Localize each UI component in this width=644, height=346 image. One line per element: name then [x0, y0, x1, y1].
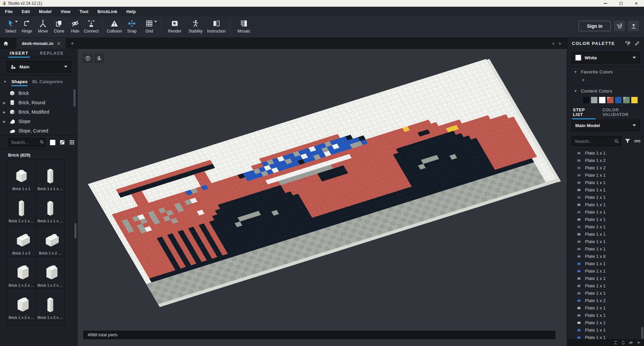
step-list-item[interactable]: Plate 1 x 8	[567, 252, 644, 260]
minimize-button[interactable]	[598, 0, 613, 7]
menu-item-edit[interactable]: Edit	[21, 9, 30, 14]
part-item[interactable]: Brick 1 x 2 x ...	[7, 289, 36, 321]
step-list-item[interactable]: Plate 1 x 1	[567, 193, 644, 201]
step-list-item[interactable]: Plate 1 x 1	[567, 275, 644, 282]
step-list-item[interactable]: Plate 1 x 1	[567, 311, 644, 319]
step-list-item[interactable]: Plate 1 x 1	[567, 223, 644, 230]
step-list-item[interactable]: Plate 1 x 1	[567, 230, 644, 238]
new-tab-button[interactable]: +	[70, 40, 74, 47]
expand-chevron-icon[interactable]: ▶	[3, 101, 6, 105]
parts-scrollbar[interactable]	[74, 223, 76, 238]
collision-button[interactable]: Collision	[106, 16, 123, 38]
step-list-item[interactable]: Plate 1 x 1	[567, 149, 644, 157]
part-item[interactable]: Brick 1 x 1	[7, 160, 36, 192]
rotation-lock-button[interactable]	[95, 54, 104, 63]
tab-nav-right-icon[interactable]: ▶	[559, 41, 562, 46]
step-list-item[interactable]: Plate 1 x 1	[567, 319, 644, 326]
category-scrollbar[interactable]	[73, 89, 75, 107]
content-color-swatch[interactable]	[607, 97, 613, 103]
grid-button[interactable]: Grid	[141, 16, 158, 38]
move-button[interactable]: Move	[35, 16, 51, 38]
content-color-swatch[interactable]	[591, 97, 597, 103]
expand-chevron-icon[interactable]: ▶	[3, 110, 6, 114]
step-list-item[interactable]: Plate 1 x 1	[567, 186, 644, 193]
content-color-swatch[interactable]	[631, 97, 638, 103]
stability-button[interactable]: Stability	[185, 16, 206, 38]
category-item-slope-curved[interactable]: Slope, Curved	[0, 126, 77, 135]
part-item[interactable]: Brick 1 x 2 x ...	[7, 256, 36, 288]
tab-bl-categories[interactable]: BL Categories	[32, 79, 63, 84]
tab-close-icon[interactable]: ✕	[57, 41, 61, 46]
part-item[interactable]: Brick 1 x 1 x ...	[36, 192, 64, 224]
expand-steps-icon[interactable]	[621, 340, 626, 345]
step-list-item[interactable]: Plate 1 x 1	[567, 260, 644, 267]
upload-button[interactable]	[628, 21, 639, 31]
add-step-icon[interactable]	[636, 340, 641, 345]
step-list-item[interactable]: Plate 1 x 1	[567, 208, 644, 216]
content-color-swatch[interactable]	[583, 97, 589, 103]
step-list-item[interactable]: Plate 1 x 1	[567, 289, 644, 297]
filter-icon[interactable]	[624, 138, 631, 145]
collapse-steps-icon[interactable]	[613, 340, 618, 345]
grid-view-button[interactable]	[69, 139, 75, 145]
menu-item-bricklink[interactable]: BrickLink	[97, 9, 117, 14]
sign-in-button[interactable]: Sign in	[579, 21, 611, 31]
document-tab[interactable]: desk-mosaic.io ✕	[16, 38, 66, 49]
step-list-item[interactable]: Plate 1 x 1	[567, 267, 644, 275]
clone-button[interactable]: Clone	[51, 16, 67, 38]
collapse-chevron-icon[interactable]: ▼	[574, 70, 577, 74]
model-selector[interactable]: Main	[7, 61, 71, 72]
part-item[interactable]: Brick 1 x 1 x ...	[7, 192, 36, 224]
step-model-dropdown[interactable]: Main Model	[572, 120, 640, 131]
instruction-button[interactable]: Instruction	[206, 16, 227, 38]
category-item-slope[interactable]: ▶Slope	[0, 117, 77, 126]
render-button[interactable]: Render	[164, 16, 185, 38]
home-tab-button[interactable]	[0, 38, 11, 49]
glasses-icon[interactable]	[634, 138, 641, 145]
paint-roller-icon[interactable]	[625, 41, 631, 46]
menu-item-tool[interactable]: Tool	[79, 9, 88, 14]
tab-replace[interactable]: REPLACE	[40, 49, 64, 58]
step-list-item[interactable]: Plate 1 x 1	[567, 171, 644, 179]
step-list-item[interactable]: Plate 1 x 2	[567, 297, 644, 304]
step-list-item[interactable]: Plate 1 x 1	[567, 326, 644, 334]
collapse-chevron-icon[interactable]: ▼	[574, 89, 577, 93]
menu-item-view[interactable]: View	[61, 9, 70, 14]
viewport-3d[interactable]: 4988 total parts	[77, 49, 567, 346]
view-cube-button[interactable]	[83, 54, 93, 63]
connect-button[interactable]: Connect	[83, 16, 99, 38]
current-color-swatch-button[interactable]	[50, 139, 55, 145]
category-item-brick-modified[interactable]: ▶Brick, Modified	[0, 107, 77, 117]
hide-button[interactable]: Hide	[67, 16, 83, 38]
snap-button[interactable]: Snap	[123, 16, 141, 38]
part-item[interactable]: Brick 1 x 2 x ...	[36, 256, 64, 288]
select-button[interactable]: Select	[3, 16, 19, 38]
tab-shapes[interactable]: Shapes	[11, 79, 28, 84]
tab-color-validator[interactable]: COLOR VALIDATOR	[602, 108, 644, 117]
step-list-item[interactable]: Plate 1 x 2	[567, 157, 644, 164]
part-item[interactable]: Brick 1 x 2 ...	[36, 224, 64, 256]
expand-chevron-icon[interactable]: ▶	[3, 120, 6, 123]
cart-button[interactable]	[614, 21, 625, 31]
category-item-brick[interactable]: Brick	[0, 89, 77, 98]
category-item-brick-round[interactable]: ▶Brick, Round	[0, 98, 77, 107]
part-item[interactable]	[36, 321, 64, 325]
current-color-dropdown[interactable]: White	[572, 52, 640, 63]
step-list-item[interactable]: Plate 1 x 1	[567, 201, 644, 208]
hide-step-icon[interactable]	[629, 340, 633, 345]
menu-item-help[interactable]: Help	[126, 9, 136, 14]
step-list-item[interactable]: Plate 1 x 1	[567, 238, 644, 245]
add-favorite-color-button[interactable]: +	[582, 77, 644, 83]
mosaic-button[interactable]: Mosaic	[233, 16, 255, 38]
tab-step-list[interactable]: STEP LIST	[573, 108, 595, 117]
step-list-item[interactable]: Plate 1 x 1	[567, 179, 644, 186]
content-color-swatch[interactable]	[599, 97, 605, 103]
content-color-swatch[interactable]	[623, 97, 630, 103]
step-list-item[interactable]: Plate 1 x 1	[567, 245, 644, 252]
restore-button[interactable]	[613, 0, 629, 7]
menu-item-model[interactable]: Model	[39, 9, 52, 14]
step-list-item[interactable]: Plate 1 x 1	[567, 304, 644, 311]
collapse-chevron-icon[interactable]: ▼	[3, 80, 7, 83]
step-list-item[interactable]: Plate 1 x 1	[567, 216, 644, 223]
step-list-item[interactable]: Plate 1 x 2	[567, 164, 644, 171]
